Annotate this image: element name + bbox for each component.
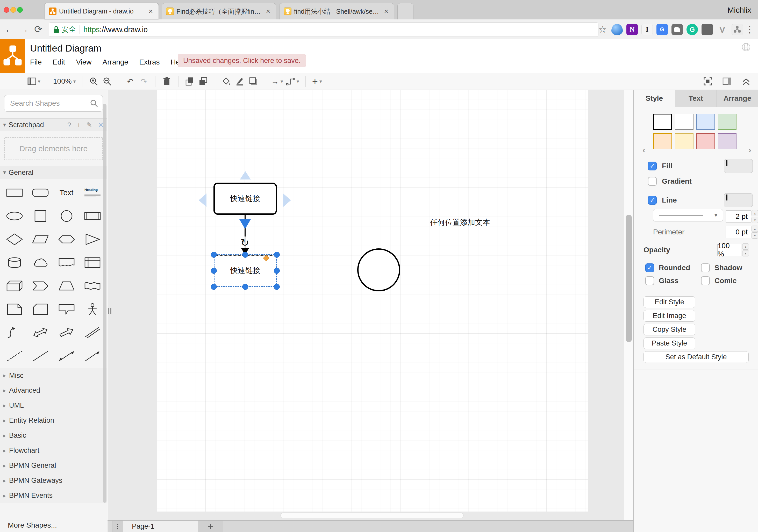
- sidebar-section-flowchart[interactable]: ▸Flowchart: [0, 443, 107, 458]
- tab-text[interactable]: Text: [675, 90, 716, 107]
- edge-direction-arrow-icon[interactable]: [239, 219, 251, 229]
- evernote-extension-icon[interactable]: [672, 24, 683, 35]
- shape-actor[interactable]: [80, 298, 105, 321]
- direction-arrow-right-icon[interactable]: [283, 193, 291, 207]
- bookmark-star-icon[interactable]: ☆: [599, 24, 607, 35]
- shape-text[interactable]: Text: [53, 181, 80, 204]
- direction-arrow-up-icon[interactable]: [240, 171, 251, 180]
- shape-circle[interactable]: [53, 204, 80, 228]
- delete-button[interactable]: [160, 75, 174, 87]
- sidebar-section-misc[interactable]: ▸Misc: [0, 368, 107, 383]
- canvas-vertical-scrollbar-track[interactable]: [624, 90, 634, 520]
- selection-handle-e[interactable]: [274, 268, 280, 274]
- sidebar-section-bpmn-general[interactable]: ▸BPMN General: [0, 458, 107, 473]
- style-swatch[interactable]: [675, 114, 694, 130]
- browser-tab-find-skills[interactable]: Find必杀技巧（全面撑握find使用） ×: [162, 3, 276, 19]
- shadow-checkbox[interactable]: [701, 263, 710, 272]
- presets-prev-icon[interactable]: ‹: [642, 145, 645, 155]
- shape-internal-storage[interactable]: [80, 251, 105, 274]
- vue-extension-icon[interactable]: V: [716, 24, 728, 35]
- close-tab-icon[interactable]: ×: [264, 7, 272, 16]
- canvas-horizontal-scrollbar[interactable]: [281, 513, 464, 518]
- page-view-button[interactable]: ▾: [26, 75, 42, 87]
- menu-extras[interactable]: Extras: [139, 58, 159, 66]
- style-swatch[interactable]: [696, 114, 715, 130]
- shape-cloud[interactable]: [27, 251, 53, 274]
- scratchpad-dropzone[interactable]: Drag elements here: [4, 137, 103, 160]
- paste-style-button[interactable]: Paste Style: [643, 338, 695, 349]
- translate-extension-icon[interactable]: G: [656, 24, 668, 35]
- option-shadow[interactable]: Shadow: [701, 263, 758, 272]
- line-checkbox[interactable]: ✓: [648, 196, 657, 205]
- style-swatch[interactable]: [718, 114, 737, 130]
- opacity-input[interactable]: 100 %: [717, 244, 741, 256]
- option-comic[interactable]: Comic: [701, 276, 758, 285]
- browser-profile-name[interactable]: Michlix: [727, 6, 751, 15]
- undo-button[interactable]: ↶: [123, 75, 137, 87]
- perimeter-stepper[interactable]: ▴▾: [751, 226, 758, 239]
- shape-triangle[interactable]: [80, 228, 105, 251]
- sidebar-section-uml[interactable]: ▸UML: [0, 398, 107, 413]
- menu-arrange[interactable]: Arrange: [103, 58, 128, 66]
- balloon-extension-icon[interactable]: [611, 24, 623, 35]
- insert-button[interactable]: + ▾: [310, 75, 324, 87]
- style-swatch[interactable]: [696, 133, 715, 149]
- close-window-button[interactable]: [4, 7, 9, 13]
- line-color-button[interactable]: [233, 75, 247, 87]
- to-front-button[interactable]: [183, 75, 197, 87]
- perimeter-input[interactable]: 0 pt: [726, 226, 751, 238]
- to-back-button[interactable]: [197, 75, 210, 87]
- shape-card[interactable]: [27, 298, 53, 321]
- diagram-node-top[interactable]: 快速链接: [214, 183, 277, 215]
- scratchpad-help-icon[interactable]: ?: [67, 121, 71, 129]
- shape-curve[interactable]: [2, 321, 27, 344]
- option-rounded[interactable]: ✓Rounded: [645, 263, 701, 272]
- reload-icon[interactable]: ⟳: [31, 23, 46, 35]
- instapaper-extension-icon[interactable]: I: [641, 24, 653, 35]
- shape-link[interactable]: [80, 321, 105, 344]
- pages-menu-icon[interactable]: ⋮: [112, 520, 123, 532]
- line-width-input[interactable]: 2 pt: [726, 210, 751, 223]
- shape-note[interactable]: [2, 298, 27, 321]
- forward-icon[interactable]: →: [17, 24, 31, 35]
- unsaved-changes-badge[interactable]: Unsaved changes. Click here to save.: [178, 54, 306, 67]
- fill-color-swatch[interactable]: [724, 159, 753, 173]
- grammarly-extension-icon[interactable]: G: [686, 24, 698, 35]
- back-icon[interactable]: ←: [2, 24, 17, 35]
- minimize-window-button[interactable]: [10, 7, 16, 13]
- shape-bidirectional-arrow[interactable]: [27, 321, 53, 344]
- fill-color-button[interactable]: [220, 75, 233, 87]
- sidebar-section-entity-relation[interactable]: ▸Entity Relation: [0, 413, 107, 428]
- selection-handle-w[interactable]: [211, 268, 217, 274]
- redo-button[interactable]: ↷: [137, 75, 151, 87]
- gradient-checkbox[interactable]: [648, 177, 657, 186]
- shape-step[interactable]: [27, 274, 53, 298]
- connection-style-button[interactable]: → ▾: [270, 75, 285, 87]
- document-title[interactable]: Untitled Diagram: [30, 43, 102, 54]
- comic-checkbox[interactable]: [701, 276, 710, 285]
- shape-callout[interactable]: [53, 298, 80, 321]
- general-section-header[interactable]: ▾ General: [0, 166, 107, 179]
- menu-edit[interactable]: Edit: [52, 58, 65, 66]
- zoom-level-dropdown[interactable]: 100% ▾: [52, 75, 78, 87]
- shape-bidirectional-connector[interactable]: [53, 344, 80, 368]
- sidebar-section-bpmn-events[interactable]: ▸BPMN Events: [0, 488, 107, 503]
- shape-textbox[interactable]: Heading: [80, 181, 105, 204]
- zoom-out-button[interactable]: [100, 75, 114, 87]
- inbox-extension-icon[interactable]: [702, 24, 713, 35]
- selection-handle-se[interactable]: [274, 284, 280, 290]
- shape-rounded-rectangle[interactable]: [27, 181, 53, 204]
- shadow-button[interactable]: [247, 75, 260, 87]
- address-bar[interactable]: 安全 https://www.draw.io: [49, 22, 599, 37]
- browser-tab-drawio[interactable]: Untitled Diagram - draw.io ×: [45, 3, 158, 19]
- shape-rectangle[interactable]: [2, 181, 27, 204]
- drawio-extension-icon[interactable]: [732, 24, 743, 35]
- shape-diamond[interactable]: [2, 228, 27, 251]
- menu-file[interactable]: File: [30, 58, 42, 66]
- sidebar-splitter-handle[interactable]: [108, 308, 111, 314]
- more-shapes-button[interactable]: More Shapes...: [0, 518, 107, 532]
- shape-arrow[interactable]: [53, 321, 80, 344]
- close-tab-icon[interactable]: ×: [147, 7, 155, 16]
- direction-arrow-left-icon[interactable]: [199, 193, 206, 207]
- language-globe-icon[interactable]: [741, 43, 751, 53]
